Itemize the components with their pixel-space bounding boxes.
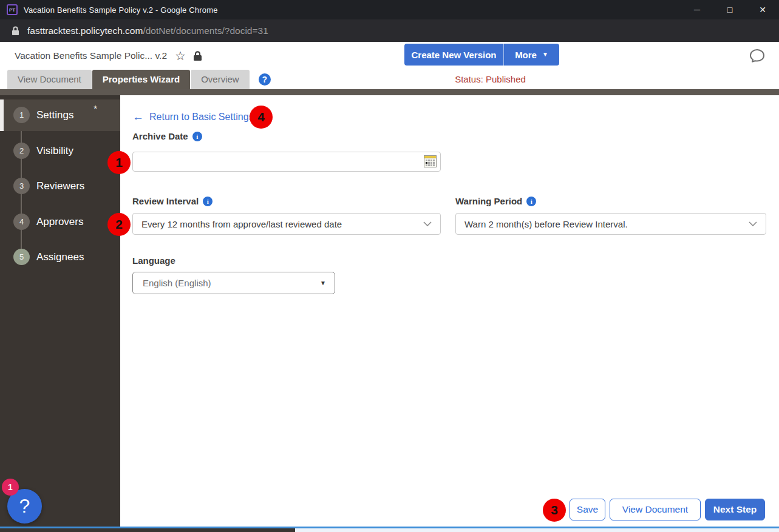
step-number-badge: 4 bbox=[13, 214, 30, 230]
window-titlebar: PT Vacation Benefits Sample Policy v.2 -… bbox=[0, 0, 779, 19]
window-title: Vacation Benefits Sample Policy v.2 - Go… bbox=[24, 5, 218, 15]
step-label: Reviewers bbox=[36, 170, 84, 202]
sidebar-step-approvers[interactable]: 4 Approvers bbox=[0, 206, 120, 238]
info-icon[interactable]: i bbox=[526, 197, 536, 206]
bottom-scrollbar-track[interactable] bbox=[295, 528, 779, 532]
step-label: Approvers bbox=[36, 206, 83, 238]
close-button[interactable]: ✕ bbox=[746, 0, 779, 19]
return-link-label: Return to Basic Settings bbox=[149, 112, 254, 123]
calendar-icon[interactable] bbox=[424, 155, 437, 167]
arrow-left-icon: ← bbox=[132, 111, 144, 123]
language-label: Language bbox=[132, 255, 175, 266]
chevron-down-icon bbox=[423, 221, 432, 226]
sidebar-step-assignees[interactable]: 5 Assignees bbox=[0, 241, 120, 273]
annotation-badge-4: 4 bbox=[250, 106, 273, 129]
url-domain: fasttracktest.policytech.com bbox=[27, 25, 143, 36]
sidebar-step-visibility[interactable]: 2 Visibility bbox=[0, 135, 120, 167]
more-menu-button[interactable]: More ▼ bbox=[503, 44, 559, 66]
warning-period-select[interactable]: Warn 2 month(s) before Review Interval. bbox=[455, 213, 766, 235]
url-path: /dotNet/documents/?docid=31 bbox=[143, 25, 268, 36]
review-interval-label: Review Interval i bbox=[132, 196, 213, 206]
info-icon[interactable]: i bbox=[203, 197, 213, 206]
step-number-badge: 3 bbox=[13, 178, 30, 194]
tab-properties-wizard[interactable]: Properties Wizard bbox=[92, 70, 190, 89]
info-icon[interactable]: i bbox=[192, 132, 202, 141]
warning-period-label: Warning Period i bbox=[455, 196, 536, 206]
settings-form-panel: ← Return to Basic Settings Archive Date … bbox=[120, 95, 779, 527]
step-number-badge: 2 bbox=[13, 143, 30, 159]
caret-down-icon: ▼ bbox=[542, 52, 548, 58]
wizard-steps-sidebar: 1 Settings * 2 Visibility 3 Reviewers 4 … bbox=[0, 95, 120, 527]
document-title: Vacation Benefits Sample Polic... v.2 bbox=[15, 50, 167, 61]
archive-date-label: Archive Date i bbox=[132, 131, 202, 141]
tab-overview[interactable]: Overview bbox=[191, 70, 250, 89]
language-select[interactable]: English (English) ▼ bbox=[132, 272, 335, 294]
status-badge: Status: Published bbox=[419, 70, 562, 89]
review-interval-select[interactable]: Every 12 months from approve/last review… bbox=[132, 213, 441, 235]
step-label: Assignees bbox=[36, 241, 84, 273]
review-interval-value: Every 12 months from approve/last review… bbox=[141, 219, 342, 229]
app-header: Vacation Benefits Sample Polic... v.2 ☆ … bbox=[0, 42, 779, 70]
step-number-badge: 5 bbox=[13, 249, 30, 265]
minimize-button[interactable]: ─ bbox=[681, 0, 713, 19]
annotation-badge-3: 3 bbox=[543, 499, 566, 522]
archive-date-input[interactable] bbox=[132, 152, 441, 172]
window-controls: ─ □ ✕ bbox=[681, 0, 779, 19]
maximize-button[interactable]: □ bbox=[713, 0, 746, 19]
document-tabbar: View Document Properties Wizard Overview… bbox=[0, 70, 779, 89]
ssl-lock-icon bbox=[12, 26, 19, 36]
step-label: Visibility bbox=[36, 135, 73, 167]
header-divider-strip bbox=[0, 89, 779, 95]
address-bar[interactable]: fasttracktest.policytech.com/dotNet/docu… bbox=[0, 19, 779, 42]
create-new-version-button[interactable]: Create New Version bbox=[404, 44, 503, 66]
help-icon[interactable]: ? bbox=[259, 73, 271, 86]
view-document-button[interactable]: View Document bbox=[610, 499, 701, 520]
language-value: English (English) bbox=[143, 278, 211, 288]
tab-view-document[interactable]: View Document bbox=[7, 70, 92, 89]
document-lock-icon bbox=[193, 51, 202, 61]
comments-bubble-icon[interactable] bbox=[749, 49, 765, 66]
header-button-group: Create New Version More ▼ bbox=[404, 44, 559, 66]
step-number-badge: 1 bbox=[13, 107, 30, 123]
favorite-star-icon[interactable]: ☆ bbox=[175, 50, 186, 62]
warning-period-value: Warn 2 month(s) before Review Interval. bbox=[464, 219, 628, 229]
sidebar-step-settings[interactable]: 1 Settings * bbox=[0, 99, 120, 131]
policytech-favicon-icon: PT bbox=[7, 4, 18, 15]
return-to-basic-settings-link[interactable]: ← Return to Basic Settings bbox=[132, 111, 254, 123]
bottom-scrollbar-thumb[interactable] bbox=[0, 528, 295, 532]
step-label: Settings bbox=[36, 99, 73, 131]
annotation-badge-1: 1 bbox=[107, 151, 131, 174]
help-notification-badge: 1 bbox=[2, 479, 19, 496]
chevron-down-icon bbox=[749, 221, 757, 226]
more-label: More bbox=[515, 50, 537, 60]
next-step-button[interactable]: Next Step bbox=[705, 499, 765, 520]
select-caret-icon: ▼ bbox=[320, 280, 326, 286]
sidebar-step-reviewers[interactable]: 3 Reviewers bbox=[0, 170, 120, 202]
unsaved-asterisk: * bbox=[94, 103, 97, 113]
save-button[interactable]: Save bbox=[570, 499, 605, 520]
annotation-badge-2: 2 bbox=[107, 213, 131, 236]
